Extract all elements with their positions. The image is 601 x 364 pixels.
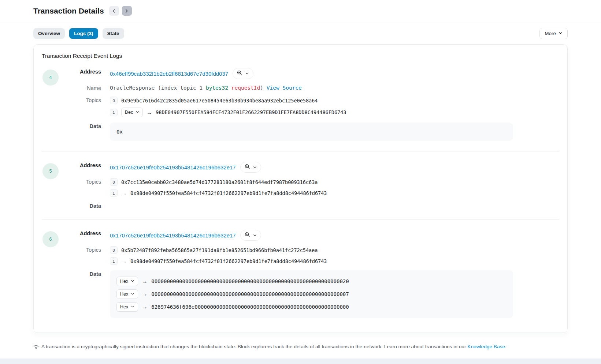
topic-hash: 0x5b72487f892feba565865a27f191da8fb1e852…: [121, 247, 318, 253]
topics-label: Topics: [75, 246, 101, 253]
arrow-right-icon: →: [142, 278, 148, 285]
arrow-right-icon: →: [142, 304, 148, 310]
address-link[interactable]: 0x1707c526e19fe0b254193b5481426c196b632e…: [110, 164, 236, 170]
topic-line: 1 Dec → 98DE04907F550FEA584FCF4732F01F26…: [110, 108, 559, 117]
topic-index-badge: 1: [110, 189, 118, 197]
topic-hash: 0x9e9bc7616d42c2835d05ae617e508454e63b30…: [121, 98, 318, 104]
log-index-badge: 5: [42, 163, 59, 179]
event-signature-prefix: OracleResponse (index_topic_1: [110, 85, 206, 91]
topics-row: Topics 0 0x5b72487f892feba565865a27f191d…: [75, 246, 559, 265]
data-row: Data Hex → 00000000000000000000000000000: [75, 270, 559, 318]
tab-logs[interactable]: Logs (3): [69, 28, 98, 39]
topic-index-badge: 1: [110, 109, 118, 116]
event-param-type: bytes32: [206, 85, 228, 91]
event-logs-card: Transaction Receipt Event Logs 4 Address…: [33, 44, 568, 333]
log-entry: 4 Address 0x46eff99cab332f1b2eb2ff6813d6…: [42, 68, 559, 141]
data-encoding-select[interactable]: Hex: [116, 289, 138, 299]
data-encoding-value: Hex: [120, 292, 128, 297]
tab-overview[interactable]: Overview: [33, 28, 65, 39]
arrow-right-icon: →: [146, 109, 152, 116]
view-source-link[interactable]: View Source: [267, 85, 302, 91]
topic-hash: 0x7cc135e0cebb02c3480ae5d74d377283180a26…: [121, 179, 318, 185]
more-button-label: More: [545, 31, 556, 36]
log-gutter: 5: [42, 162, 75, 209]
event-signature-suffix: ): [260, 85, 266, 91]
more-button[interactable]: More: [539, 28, 568, 39]
data-box: 0x: [110, 123, 513, 141]
chevron-down-icon: [245, 71, 249, 76]
chevron-down-icon: [131, 304, 134, 309]
name-row: Name OracleResponse (index_topic_1 bytes…: [75, 85, 559, 91]
topic-line: 0 0x7cc135e0cebb02c3480ae5d74d377283180a…: [110, 178, 559, 186]
tabs-row: Overview Logs (3) State More: [0, 21, 601, 39]
arrow-right-icon: →: [121, 258, 127, 264]
event-param-name: requestId: [231, 85, 260, 91]
data-word: 0000000000000000000000000000000000000000…: [151, 278, 349, 284]
data-hex-row: Hex → 0000000000000000000000000000000000…: [116, 277, 507, 286]
data-label: Data: [75, 123, 101, 129]
lightbulb-icon: [33, 344, 39, 351]
data-row: Data: [75, 202, 559, 209]
topic-hash: 98DE04907F550FEA584FCF4732F01F2662297EB9…: [156, 109, 346, 115]
address-zoom-button[interactable]: [233, 68, 253, 79]
data-hex-row: Hex → 626974636f696e00000000000000000000…: [116, 302, 507, 312]
address-row: Address 0x1707c526e19fe0b254193b5481426c…: [75, 162, 559, 173]
chevron-right-icon: [125, 9, 129, 13]
tab-state[interactable]: State: [103, 28, 124, 39]
address-row: Address 0x1707c526e19fe0b254193b5481426c…: [75, 230, 559, 241]
magnifier-plus-icon: [245, 232, 250, 239]
data-word: 626974636f696e00000000000000000000000000…: [151, 304, 349, 310]
address-link[interactable]: 0x46eff99cab332f1b2eb2ff6813d67e7d30fdd0…: [110, 71, 228, 77]
chevron-down-icon: [253, 164, 257, 170]
data-encoding-value: Hex: [120, 304, 128, 309]
footer-text: A transaction is a cryptographically sig…: [41, 344, 507, 349]
data-word: 0000000000000000000000000000000000000000…: [151, 291, 349, 297]
topic-encoding-value: Dec: [125, 110, 133, 115]
next-transaction-button[interactable]: [122, 6, 132, 16]
topic-index-badge: 0: [110, 246, 118, 254]
topic-index-badge: 0: [110, 97, 118, 104]
chevron-down-icon: [131, 279, 134, 284]
address-zoom-button[interactable]: [240, 162, 261, 173]
data-hex-row: Hex → 0000000000000000000000000000000000…: [116, 289, 507, 299]
topic-line: 0 0x9e9bc7616d42c2835d05ae617e508454e63b…: [110, 97, 559, 104]
bottom-band: [0, 359, 601, 364]
log-gutter: 4: [42, 68, 75, 141]
footer-text-before: A transaction is a cryptographically sig…: [41, 344, 467, 349]
topic-index-badge: 0: [110, 178, 118, 186]
log-divider: [42, 219, 559, 219]
topic-line: 0 0x5b72487f892feba565865a27f191da8fb1e8…: [110, 246, 559, 254]
name-label: Name: [75, 85, 101, 91]
topics-label: Topics: [75, 178, 101, 185]
log-gutter: 6: [42, 230, 75, 318]
topic-line: 1 → 0x98de04907f550fea584fcf4732f01f2662…: [110, 257, 559, 265]
previous-transaction-button[interactable]: [109, 6, 119, 16]
topic-encoding-select[interactable]: Dec: [121, 108, 143, 117]
chevron-left-icon: [112, 9, 116, 13]
data-encoding-select[interactable]: Hex: [116, 302, 138, 312]
topics-row: Topics 0 0x7cc135e0cebb02c3480ae5d74d377…: [75, 178, 559, 197]
address-row: Address 0x46eff99cab332f1b2eb2ff6813d67e…: [75, 68, 559, 79]
log-index-badge: 6: [42, 231, 59, 247]
address-link[interactable]: 0x1707c526e19fe0b254193b5481426c196b632e…: [110, 232, 236, 239]
chevron-down-icon: [253, 232, 257, 238]
topic-line: 1 → 0x98de04907f550fea584fcf4732f01f2662…: [110, 189, 559, 197]
address-label: Address: [75, 230, 101, 236]
log-entry: 5 Address 0x1707c526e19fe0b254193b548142…: [42, 162, 559, 209]
knowledge-base-link[interactable]: Knowledge Base: [467, 344, 505, 349]
topic-index-badge: 1: [110, 257, 118, 265]
topics-label: Topics: [75, 97, 101, 103]
address-label: Address: [75, 162, 101, 168]
arrow-right-icon: →: [121, 190, 127, 196]
page-footer: A transaction is a cryptographically sig…: [0, 333, 601, 351]
log-entry: 6 Address 0x1707c526e19fe0b254193b548142…: [42, 230, 559, 318]
address-zoom-button[interactable]: [240, 230, 261, 241]
chevron-down-icon: [131, 292, 134, 297]
footer-text-after: .: [505, 344, 507, 349]
page-header: Transaction Details: [0, 0, 601, 21]
data-row: Data 0x: [75, 123, 559, 141]
tab-list: Overview Logs (3) State: [33, 28, 124, 39]
data-value: 0x: [116, 129, 123, 135]
data-encoding-select[interactable]: Hex: [116, 277, 138, 286]
arrow-right-icon: →: [142, 291, 148, 297]
